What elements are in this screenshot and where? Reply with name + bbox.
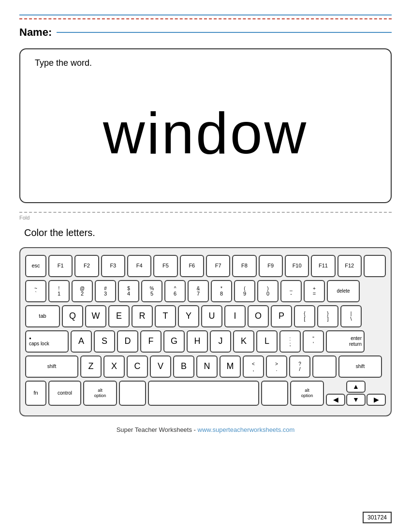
- key-arrow-left[interactable]: ◀: [326, 394, 345, 406]
- key-command-left[interactable]: [119, 381, 146, 406]
- key-semicolon[interactable]: : ;: [279, 330, 301, 353]
- word-box: Type the word. window: [19, 48, 392, 203]
- key-5[interactable]: % 5: [141, 280, 162, 302]
- key-0[interactable]: ) 0: [257, 280, 279, 302]
- key-j[interactable]: J: [210, 330, 231, 353]
- key-quote[interactable]: " ': [303, 330, 324, 353]
- keyboard-row-function: esc F1 F2 F3 F4 F5 F6 F7 F8 F9 F10 F11 F…: [25, 255, 386, 277]
- top-dashed-line: [19, 18, 392, 19]
- arrow-keys: ▲ ◀ ▼ ▶: [326, 381, 386, 406]
- keyboard-row-zxcv: shift Z X C V B N M < , > . ? / shift: [25, 355, 386, 378]
- key-enter[interactable]: enter return: [326, 330, 365, 353]
- name-underline[interactable]: [57, 32, 392, 33]
- key-f3[interactable]: F3: [101, 255, 125, 277]
- key-open-bracket[interactable]: { [: [294, 305, 315, 327]
- key-e[interactable]: E: [108, 305, 130, 327]
- key-a[interactable]: A: [71, 330, 92, 353]
- key-g[interactable]: G: [163, 330, 185, 353]
- key-backslash[interactable]: | \: [340, 305, 362, 327]
- key-f12[interactable]: F12: [338, 255, 362, 277]
- key-arrow-right[interactable]: ▶: [367, 394, 386, 406]
- key-arrow-down[interactable]: ▼: [346, 394, 366, 406]
- footer: Super Teacher Worksheets - www.superteac…: [19, 426, 392, 433]
- footer-link[interactable]: www.superteacherworksheets.com: [198, 426, 295, 433]
- key-k[interactable]: K: [233, 330, 254, 353]
- key-1[interactable]: ! 1: [48, 280, 70, 302]
- key-9[interactable]: ( 9: [234, 280, 255, 302]
- key-y[interactable]: Y: [178, 305, 199, 327]
- key-8[interactable]: * 8: [211, 280, 232, 302]
- key-f10[interactable]: F10: [285, 255, 309, 277]
- key-command-right[interactable]: [261, 381, 288, 406]
- top-solid-line: [19, 15, 392, 15]
- fold-line: [19, 212, 392, 213]
- key-x[interactable]: X: [103, 355, 125, 378]
- key-7[interactable]: & 7: [188, 280, 209, 302]
- key-tilde[interactable]: ~ `: [25, 280, 46, 302]
- key-s[interactable]: S: [94, 330, 115, 353]
- key-l[interactable]: L: [256, 330, 278, 353]
- key-4[interactable]: $ 4: [118, 280, 139, 302]
- key-f4[interactable]: F4: [127, 255, 151, 277]
- key-shift-left[interactable]: shift: [25, 355, 78, 378]
- display-word: window: [35, 83, 376, 183]
- key-f[interactable]: F: [140, 330, 161, 353]
- fold-label: Fold: [19, 215, 392, 221]
- key-control[interactable]: control: [48, 381, 81, 406]
- key-w[interactable]: W: [85, 305, 106, 327]
- keyboard-row-qwerty: tab Q W E R T Y U I O P { [ } ] | \: [25, 305, 386, 327]
- key-h[interactable]: H: [187, 330, 208, 353]
- key-spacebar[interactable]: [148, 381, 259, 406]
- keyboard: esc F1 F2 F3 F4 F5 F6 F7 F8 F9 F10 F11 F…: [19, 247, 392, 416]
- key-u[interactable]: U: [201, 305, 222, 327]
- key-n[interactable]: N: [196, 355, 218, 378]
- key-6[interactable]: ^ 6: [164, 280, 186, 302]
- key-tab[interactable]: tab: [25, 305, 60, 327]
- key-f11[interactable]: F11: [311, 255, 335, 277]
- key-f6[interactable]: F6: [180, 255, 204, 277]
- key-option-right[interactable]: alt option: [290, 381, 324, 406]
- key-option-left[interactable]: alt option: [83, 381, 117, 406]
- key-minus[interactable]: _ -: [280, 280, 302, 302]
- key-v[interactable]: V: [150, 355, 171, 378]
- instruction-text: Type the word.: [35, 58, 376, 68]
- key-c[interactable]: C: [127, 355, 148, 378]
- keyboard-row-numbers: ~ ` ! 1 @ 2 # 3 $ 4 % 5 ^ 6 & 7: [25, 280, 386, 302]
- keyboard-row-bottom: fn control alt option alt option ▲ ◀ ▼ ▶: [25, 381, 386, 406]
- key-equals[interactable]: + =: [304, 280, 325, 302]
- key-f9[interactable]: F9: [259, 255, 283, 277]
- key-slash[interactable]: ? /: [289, 355, 310, 378]
- key-shift-spacer: [312, 355, 337, 378]
- key-i[interactable]: I: [224, 305, 246, 327]
- key-f1[interactable]: F1: [48, 255, 73, 277]
- key-f2[interactable]: F2: [74, 255, 99, 277]
- key-3[interactable]: # 3: [95, 280, 116, 302]
- key-t[interactable]: T: [155, 305, 176, 327]
- key-z[interactable]: Z: [80, 355, 102, 378]
- key-delete[interactable]: delete: [327, 280, 360, 302]
- keyboard-row-asdf: ● caps lock A S D F G H J K L : ; " ' en…: [25, 330, 386, 353]
- key-shift-right[interactable]: shift: [338, 355, 382, 378]
- key-q[interactable]: Q: [62, 305, 83, 327]
- key-close-bracket[interactable]: } ]: [317, 305, 338, 327]
- key-m[interactable]: M: [220, 355, 241, 378]
- key-fn[interactable]: fn: [25, 381, 46, 406]
- key-2[interactable]: @ 2: [72, 280, 93, 302]
- key-esc[interactable]: esc: [25, 255, 46, 277]
- key-period[interactable]: > .: [266, 355, 287, 378]
- key-f7[interactable]: F7: [206, 255, 230, 277]
- key-o[interactable]: O: [248, 305, 269, 327]
- key-comma[interactable]: < ,: [243, 355, 264, 378]
- key-d[interactable]: D: [117, 330, 138, 353]
- color-instruction: Color the letters.: [24, 227, 392, 238]
- key-p[interactable]: P: [271, 305, 292, 327]
- key-r[interactable]: R: [132, 305, 153, 327]
- key-f8[interactable]: F8: [232, 255, 256, 277]
- name-row: Name:: [19, 26, 392, 39]
- name-label: Name:: [19, 26, 52, 39]
- key-arrow-up[interactable]: ▲: [346, 381, 366, 393]
- key-b[interactable]: B: [173, 355, 194, 378]
- key-f5[interactable]: F5: [153, 255, 177, 277]
- key-capslock[interactable]: ● caps lock: [25, 330, 69, 353]
- key-power[interactable]: [364, 255, 386, 277]
